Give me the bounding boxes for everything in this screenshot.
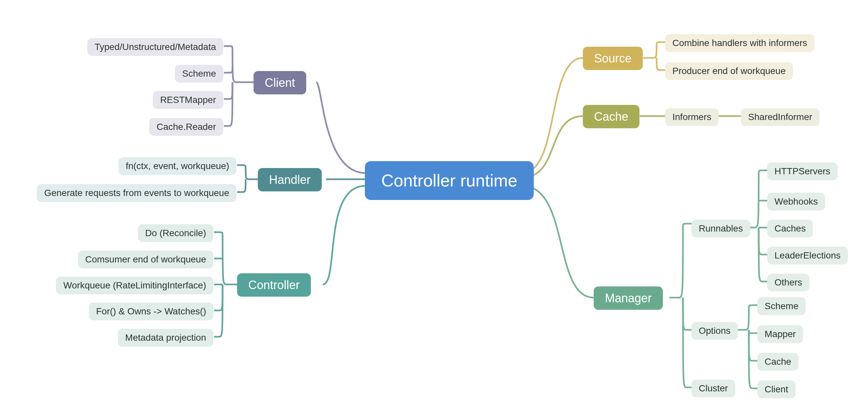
leaf-runnables-4: Others [767, 274, 809, 291]
leaf-manager-2: Cluster [691, 380, 735, 397]
leaf-client-1: Scheme [175, 65, 223, 82]
branch-cache: Cache [583, 105, 640, 128]
leaf-source-1: Producer end of workqueue [665, 62, 793, 80]
leaf-runnables-1: Webhooks [767, 193, 825, 210]
leaf-options-3: Client [757, 381, 796, 398]
leaf-controller-2: Workqueue (RateLimitingInterface) [56, 277, 213, 294]
leaf-runnables-3: LeaderElections [767, 247, 848, 265]
leaf-cache-sub-0: SharedInformer [741, 108, 819, 126]
leaf-source-0: Combine handlers with informers [665, 34, 814, 52]
leaf-manager-1: Options [691, 322, 738, 340]
leaf-manager-0: Runnables [691, 220, 750, 237]
leaf-client-2: RESTMapper [153, 91, 223, 109]
leaf-controller-3: For() & Owns -> Watches() [89, 303, 213, 320]
leaf-handler-0: fn(ctx, event, workqueue) [119, 157, 237, 175]
leaf-client-3: Cache.Reader [149, 118, 223, 136]
leaf-runnables-0: HTTPServers [767, 163, 838, 180]
leaf-handler-1: Generate requests from events to workque… [37, 184, 237, 202]
leaf-options-2: Cache [757, 353, 799, 371]
branch-client: Client [253, 71, 306, 94]
leaf-runnables-2: Caches [767, 220, 813, 237]
leaf-client-0: Typed/Unstructured/Metadata [87, 38, 223, 56]
root-node: Controller runtime [365, 161, 534, 200]
leaf-controller-4: Metadata projection [118, 329, 213, 347]
leaf-cache-0: Informers [665, 108, 718, 126]
branch-manager: Manager [594, 286, 663, 310]
branch-source: Source [583, 47, 643, 70]
leaf-controller-1: Comsumer end of workqueue [78, 251, 213, 268]
branch-handler: Handler [258, 168, 322, 192]
leaf-options-0: Scheme [757, 297, 806, 315]
leaf-controller-0: Do (Reconcile) [138, 224, 213, 242]
branch-controller: Controller [237, 273, 311, 297]
leaf-options-1: Mapper [757, 325, 803, 343]
